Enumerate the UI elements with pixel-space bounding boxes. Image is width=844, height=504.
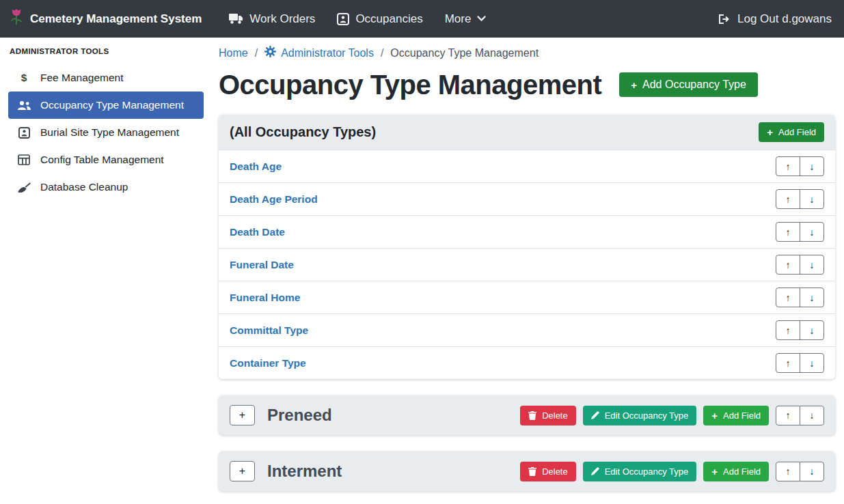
sidebar-item-burial-site-type-management[interactable]: Burial Site Type Management: [8, 119, 204, 146]
field-row-funeral-date: Funeral Date ↑ ↓: [219, 248, 835, 281]
add-field-button[interactable]: + Add Field: [703, 462, 769, 481]
breadcrumb-administrator-tools[interactable]: Administrator Tools: [264, 46, 374, 60]
arrow-up-icon: ↑: [786, 227, 791, 238]
edit-label: Edit Occupancy Type: [605, 410, 689, 421]
breadcrumb: Home / Administrator Tools / Occupancy T…: [219, 46, 835, 60]
reorder-group: ↑ ↓: [776, 222, 824, 242]
brand[interactable]: Cemetery Management System: [10, 7, 202, 31]
move-up-button[interactable]: ↑: [776, 288, 800, 307]
arrow-down-icon: ↓: [810, 194, 815, 205]
field-link[interactable]: Funeral Date: [230, 259, 294, 271]
sidebar-item-database-cleanup[interactable]: Database Cleanup: [8, 173, 204, 201]
logout-icon: [718, 14, 731, 25]
top-navbar: Cemetery Management System Work Orders: [0, 0, 844, 38]
move-up-button[interactable]: ↑: [776, 353, 800, 373]
sidebar-item-config-table-management[interactable]: Config Table Management: [8, 146, 204, 173]
move-up-button[interactable]: ↑: [776, 222, 800, 242]
sidebar: Administrator Tools $ Fee Management Occ…: [0, 38, 212, 504]
field-row-funeral-home: Funeral Home ↑ ↓: [219, 281, 835, 313]
delete-button[interactable]: Delete: [520, 406, 576, 425]
move-down-button[interactable]: ↓: [800, 255, 824, 275]
occupancy-type-section-interment: + Interment Delete: [219, 451, 835, 491]
move-up-button[interactable]: ↑: [776, 255, 800, 275]
sidebar-item-label: Database Cleanup: [40, 181, 128, 193]
delete-button[interactable]: Delete: [520, 462, 576, 481]
page-layout: Administrator Tools $ Fee Management Occ…: [0, 38, 844, 504]
reorder-group: ↑ ↓: [776, 288, 824, 307]
field-row-death-age: Death Age ↑ ↓: [219, 150, 835, 182]
page-title: Occupancy Type Management: [219, 68, 601, 101]
arrow-up-icon: ↑: [786, 194, 791, 205]
expand-button[interactable]: +: [230, 405, 255, 425]
move-down-button[interactable]: ↓: [800, 222, 824, 242]
pencil-icon: [591, 411, 599, 419]
breadcrumb-separator: /: [381, 47, 383, 59]
arrow-up-icon: ↑: [786, 292, 791, 303]
arrow-up-icon: ↑: [786, 358, 791, 369]
move-up-button[interactable]: ↑: [776, 156, 800, 176]
sidebar-item-fee-management[interactable]: $ Fee Management: [8, 64, 204, 92]
occupancy-type-title: Interment: [267, 462, 342, 481]
add-field-button[interactable]: + Add Field: [759, 122, 824, 142]
logout-label: Log Out d.gowans: [737, 12, 832, 26]
plus-icon: +: [239, 409, 245, 421]
sidebar-item-occupancy-type-management[interactable]: Occupancy Type Management: [8, 92, 204, 119]
edit-occupancy-type-button[interactable]: Edit Occupancy Type: [583, 406, 697, 425]
field-link[interactable]: Death Age Period: [230, 193, 318, 206]
brand-title: Cemetery Management System: [30, 12, 202, 26]
move-down-button[interactable]: ↓: [800, 288, 824, 307]
move-up-button[interactable]: ↑: [776, 189, 800, 209]
main-content: Home / Administrator Tools / Occupancy T…: [212, 38, 844, 504]
all-occupancy-types-header: (All Occupancy Types) + Add Field: [219, 115, 835, 150]
field-link[interactable]: Funeral Home: [230, 292, 300, 304]
move-down-button[interactable]: ↓: [800, 353, 824, 373]
all-occupancy-types-title: (All Occupancy Types): [230, 124, 376, 140]
truck-icon: [229, 13, 243, 25]
breadcrumb-separator: /: [255, 47, 258, 59]
move-down-button[interactable]: ↓: [800, 320, 824, 340]
nav-more[interactable]: More: [445, 12, 487, 26]
trash-icon: [528, 411, 536, 420]
arrow-up-icon: ↑: [786, 410, 791, 421]
reorder-group: ↑ ↓: [776, 189, 824, 209]
arrow-down-icon: ↓: [810, 325, 815, 336]
move-up-button[interactable]: ↑: [776, 462, 800, 481]
field-link[interactable]: Committal Type: [230, 324, 308, 337]
expand-button[interactable]: +: [230, 461, 255, 481]
gear-icon: [264, 46, 276, 60]
field-link[interactable]: Death Date: [230, 226, 285, 238]
edit-occupancy-type-button[interactable]: Edit Occupancy Type: [583, 462, 697, 481]
field-link[interactable]: Death Age: [230, 160, 282, 173]
nav-links: Work Orders Occupancies More: [229, 12, 486, 26]
breadcrumb-current: Occupancy Type Management: [390, 47, 539, 59]
arrow-down-icon: ↓: [810, 292, 815, 303]
section-actions: Delete Edit Occupancy Type + Add Field ↑: [520, 462, 824, 481]
field-row-committal-type: Committal Type ↑ ↓: [219, 313, 835, 346]
breadcrumb-home[interactable]: Home: [219, 47, 248, 59]
arrow-up-icon: ↑: [786, 466, 791, 477]
move-up-button[interactable]: ↑: [776, 406, 800, 425]
move-up-button[interactable]: ↑: [776, 320, 800, 340]
reorder-group: ↑ ↓: [776, 255, 824, 275]
arrow-up-icon: ↑: [786, 161, 791, 172]
nav-work-orders[interactable]: Work Orders: [229, 12, 315, 26]
occupancy-type-section-preneed: + Preneed Delete: [219, 395, 835, 435]
move-down-button[interactable]: ↓: [800, 189, 824, 209]
breadcrumb-section-label: Administrator Tools: [281, 47, 374, 59]
sidebar-item-label: Burial Site Type Management: [40, 126, 179, 139]
add-field-button[interactable]: + Add Field: [703, 406, 769, 425]
add-occupancy-type-button[interactable]: + Add Occupancy Type: [619, 72, 758, 97]
person-frame-icon: [337, 13, 349, 25]
edit-label: Edit Occupancy Type: [605, 466, 689, 477]
field-link[interactable]: Container Type: [230, 357, 306, 369]
person-frame-icon: [16, 127, 31, 139]
nav-occupancies[interactable]: Occupancies: [337, 12, 422, 26]
table-icon: [16, 154, 31, 165]
move-down-button[interactable]: ↓: [800, 462, 824, 481]
move-down-button[interactable]: ↓: [800, 156, 824, 176]
add-field-label: Add Field: [778, 127, 816, 137]
logout-button[interactable]: Log Out d.gowans: [718, 12, 832, 26]
move-down-button[interactable]: ↓: [800, 406, 824, 425]
all-occupancy-types-card: (All Occupancy Types) + Add Field Death …: [219, 115, 835, 379]
pencil-icon: [591, 467, 599, 475]
